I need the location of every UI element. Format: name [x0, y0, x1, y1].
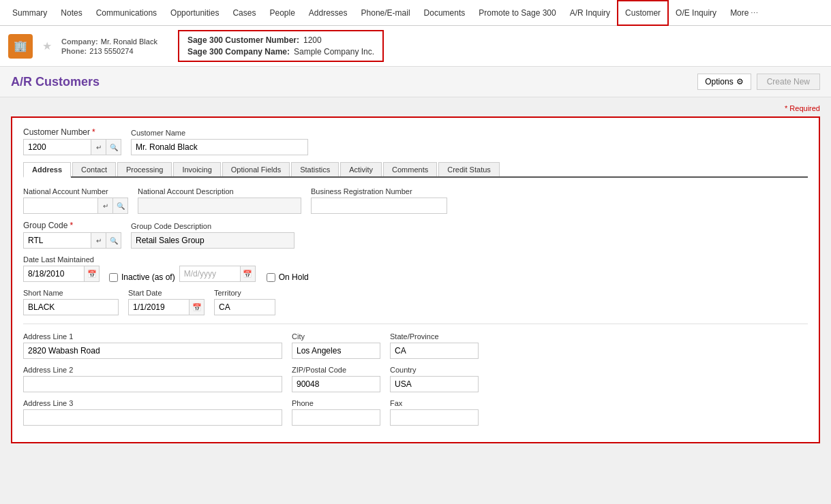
address-line3-input[interactable]: [23, 409, 282, 426]
customer-number-search-btn[interactable]: 🔍: [106, 139, 121, 155]
nav-more[interactable]: More ···: [723, 0, 766, 26]
options-button[interactable]: Options ⚙: [697, 74, 751, 90]
nav-people[interactable]: People: [262, 0, 301, 26]
tab-invoicing[interactable]: Invoicing: [173, 162, 220, 176]
national-account-desc-label: National Account Description: [138, 187, 301, 195]
short-name-input[interactable]: [23, 299, 119, 315]
customer-name-input[interactable]: [131, 139, 308, 155]
fax-group: Fax: [390, 399, 479, 426]
header-contact-info: Company: Mr. Ronald Black Phone: 213 555…: [61, 37, 157, 55]
zip-group: ZIP/Postal Code: [292, 366, 380, 392]
nav-notes[interactable]: Notes: [54, 0, 89, 26]
nav-promote-sage[interactable]: Promote to Sage 300: [472, 0, 562, 26]
on-hold-checkbox[interactable]: [267, 273, 275, 282]
national-account-return-btn[interactable]: ↵: [98, 198, 113, 214]
sage-company-value: Sample Company Inc.: [294, 47, 374, 57]
nav-summary[interactable]: Summary: [5, 0, 54, 26]
inactive-group: Inactive (as of) 📅 On Hold: [109, 266, 309, 282]
tab-processing[interactable]: Processing: [117, 162, 172, 176]
nav-addresses[interactable]: Addresses: [302, 0, 354, 26]
start-date-input-group: 📅: [128, 299, 205, 315]
country-label: Country: [390, 366, 479, 374]
section-divider: [23, 324, 808, 324]
state-input[interactable]: [390, 343, 479, 359]
sage-number-value: 1200: [303, 35, 322, 45]
nav-opportunities[interactable]: Opportunities: [164, 0, 226, 26]
form-phone-input[interactable]: [292, 409, 380, 426]
group-code-input[interactable]: [23, 232, 91, 249]
national-account-search-btn[interactable]: 🔍: [113, 198, 128, 214]
start-date-label: Start Date: [128, 289, 205, 297]
tab-credit-status[interactable]: Credit Status: [438, 162, 500, 176]
national-account-number-input[interactable]: [23, 198, 98, 214]
nav-ar-inquiry[interactable]: A/R Inquiry: [563, 0, 617, 26]
tab-comments[interactable]: Comments: [383, 162, 437, 176]
on-hold-label: On Hold: [279, 272, 309, 282]
nav-cases[interactable]: Cases: [226, 0, 262, 26]
company-value: Mr. Ronald Black: [101, 37, 157, 46]
sage-info-box: Sage 300 Customer Number: 1200 Sage 300 …: [178, 30, 384, 62]
zip-label: ZIP/Postal Code: [292, 366, 380, 374]
sage-number-label: Sage 300 Customer Number:: [187, 35, 299, 45]
group-code-search-btn[interactable]: 🔍: [106, 232, 121, 249]
header-bar: 🏢 ★ Company: Mr. Ronald Black Phone: 213…: [0, 26, 831, 67]
address-line3-label: Address Line 3: [23, 399, 282, 407]
tab-optional-fields[interactable]: Optional Fields: [222, 162, 290, 176]
address-line2-label: Address Line 2: [23, 366, 282, 374]
tab-statistics[interactable]: Statistics: [291, 162, 339, 176]
fax-input[interactable]: [390, 409, 479, 426]
nav-documents[interactable]: Documents: [417, 0, 472, 26]
create-new-button[interactable]: Create New: [757, 74, 820, 90]
national-account-desc-group: National Account Description: [138, 187, 301, 214]
company-icon: 🏢: [8, 34, 33, 59]
customer-number-label: Customer Number *: [23, 127, 121, 137]
group-code-desc-label: Group Code Description: [131, 222, 294, 230]
territory-input[interactable]: [214, 299, 275, 315]
sage-company-label: Sage 300 Company Name:: [187, 47, 290, 57]
national-account-desc-input[interactable]: [138, 198, 301, 214]
national-account-number-group: National Account Number ↵ 🔍: [23, 187, 128, 214]
tab-address[interactable]: Address: [23, 162, 71, 178]
address-row-2: Address Line 2 ZIP/Postal Code Country: [23, 366, 808, 392]
page-header: A/R Customers Options ⚙ Create New: [0, 67, 831, 97]
date-last-maintained-calendar-btn[interactable]: 📅: [85, 266, 100, 282]
favorite-star[interactable]: ★: [42, 40, 52, 52]
start-date-group: Start Date 📅: [128, 289, 205, 315]
form-phone-label: Phone: [292, 399, 380, 407]
inactive-date-calendar-btn[interactable]: 📅: [241, 266, 256, 282]
nav-oe-inquiry[interactable]: O/E Inquiry: [669, 0, 723, 26]
address-line1-label: Address Line 1: [23, 332, 282, 341]
tab-contact[interactable]: Contact: [72, 162, 116, 176]
on-hold-group: On Hold: [267, 272, 309, 282]
city-input[interactable]: [292, 343, 380, 359]
address-line1-input[interactable]: [23, 343, 282, 359]
address-line2-input[interactable]: [23, 376, 282, 392]
customer-name-group: Customer Name: [131, 129, 308, 155]
date-last-maintained-label: Date Last Maintained: [23, 255, 100, 264]
group-code-return-btn[interactable]: ↵: [91, 232, 106, 249]
inactive-checkbox[interactable]: [109, 273, 118, 282]
address-row-3: Address Line 3 Phone Fax: [23, 399, 808, 426]
country-input[interactable]: [390, 376, 479, 392]
national-account-row: National Account Number ↵ 🔍 National Acc…: [23, 187, 808, 214]
group-code-label: Group Code *: [23, 221, 121, 230]
inactive-date-input[interactable]: [179, 266, 241, 282]
nav-phone-email[interactable]: Phone/E-mail: [354, 0, 417, 26]
start-date-input[interactable]: [128, 299, 190, 315]
date-last-maintained-input[interactable]: [23, 266, 85, 282]
customer-number-return-btn[interactable]: ↵: [91, 139, 106, 155]
address-line1-group: Address Line 1: [23, 332, 282, 359]
date-last-maintained-input-group: 📅: [23, 266, 100, 282]
business-reg-input[interactable]: [311, 198, 447, 214]
zip-input[interactable]: [292, 376, 380, 392]
company-label: Company:: [61, 37, 98, 46]
address-line3-group: Address Line 3: [23, 399, 282, 426]
tab-activity[interactable]: Activity: [340, 162, 382, 176]
city-group: City: [292, 332, 380, 359]
national-account-number-label: National Account Number: [23, 187, 128, 195]
customer-number-input[interactable]: [23, 139, 91, 155]
more-dots-icon: ···: [751, 9, 758, 16]
nav-communications[interactable]: Communications: [89, 0, 164, 26]
nav-customer[interactable]: Customer: [617, 0, 669, 26]
start-date-calendar-btn[interactable]: 📅: [190, 299, 205, 315]
